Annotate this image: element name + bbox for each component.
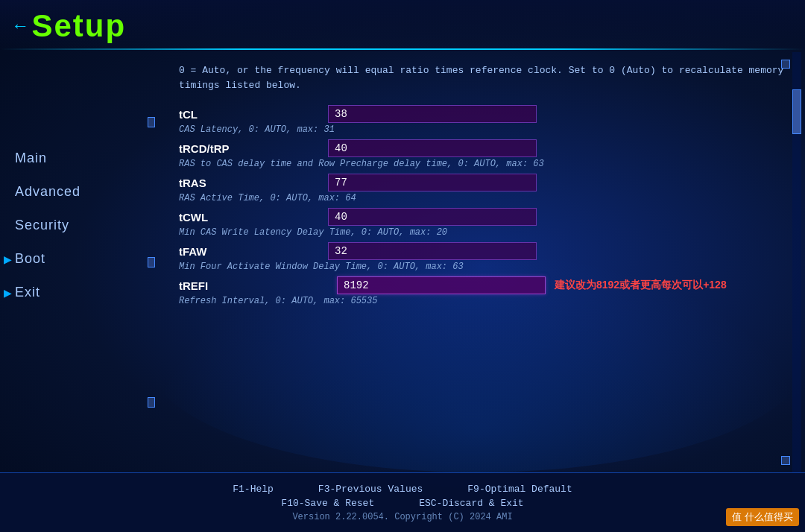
trefi-annotation: 建议改为8192或者更高每次可以+128 bbox=[555, 279, 727, 292]
back-arrow-icon[interactable]: ← bbox=[15, 16, 25, 37]
footer-key-f1: F1-Help bbox=[233, 484, 274, 495]
sidebar-item-exit[interactable]: ▶ Exit bbox=[0, 276, 157, 309]
scrollbar[interactable] bbox=[792, 52, 801, 472]
sidebar: Main Advanced Security ▶ Boot ▶ Exit bbox=[0, 52, 157, 472]
param-hint-tfaw: Min Four Activate Window Delay Time, 0: … bbox=[179, 262, 790, 272]
right-deco-square-bottom bbox=[781, 456, 790, 465]
param-hint-tcwl: Min CAS Write Latency Delay Time, 0: AUT… bbox=[179, 227, 790, 238]
param-input-tcl[interactable] bbox=[328, 105, 537, 123]
footer-version: Version 2.22.0054. Copyright (C) 2024 AM… bbox=[292, 512, 512, 522]
watermark: 值 什么值得买 bbox=[726, 508, 799, 526]
sidebar-item-boot[interactable]: ▶ Boot bbox=[0, 242, 157, 276]
param-hint-trcd: RAS to CAS delay time and Row Precharge … bbox=[179, 159, 790, 169]
param-name-tfaw: tFAW bbox=[179, 245, 328, 258]
sidebar-item-label: Advanced bbox=[15, 184, 80, 199]
param-hint-tras: RAS Active Time, 0: AUTO, max: 64 bbox=[179, 193, 790, 203]
footer-key-f9: F9-Optimal Default bbox=[467, 484, 572, 495]
sidebar-item-label: Security bbox=[15, 218, 69, 232]
sidebar-item-label: Boot bbox=[15, 251, 45, 266]
param-name-tcl: tCL bbox=[179, 108, 328, 121]
page-title: Setup bbox=[31, 8, 126, 44]
sidebar-item-advanced[interactable]: Advanced bbox=[0, 175, 157, 209]
footer-keys-row2: F10-Save & Reset ESC-Discard & Exit bbox=[281, 498, 523, 509]
param-name-tcwl: tCWL bbox=[179, 211, 328, 224]
param-input-trefi[interactable] bbox=[337, 276, 546, 294]
footer-key-f10: F10-Save & Reset bbox=[281, 498, 374, 509]
top-description: 0 = Auto, or the frequency will equal ra… bbox=[179, 60, 790, 96]
param-name-trefi: tREFI bbox=[179, 279, 328, 292]
param-input-tfaw[interactable] bbox=[328, 242, 537, 260]
sidebar-item-main[interactable]: Main bbox=[0, 142, 157, 175]
top-decorative-line bbox=[0, 48, 805, 50]
param-row-trefi: tREFI 建议改为8192或者更高每次可以+128 Refresh Inter… bbox=[179, 276, 790, 306]
param-input-tras[interactable] bbox=[328, 174, 537, 191]
scrollbar-thumb[interactable] bbox=[792, 89, 801, 134]
header: ← Setup bbox=[0, 0, 805, 52]
param-name-tras: tRAS bbox=[179, 177, 328, 189]
exit-arrow-icon: ▶ bbox=[4, 287, 13, 299]
sidebar-item-label: Exit bbox=[15, 285, 40, 300]
param-row-tcwl: tCWL Min CAS Write Latency Delay Time, 0… bbox=[179, 208, 790, 238]
footer-keys-row1: F1-Help F3-Previous Values F9-Optimal De… bbox=[233, 484, 572, 495]
param-row-tcl: tCL CAS Latency, 0: AUTO, max: 31 bbox=[179, 105, 790, 135]
footer-key-f3: F3-Previous Values bbox=[318, 484, 423, 495]
main-content: 0 = Auto, or the frequency will equal ra… bbox=[157, 52, 805, 472]
param-input-tcwl[interactable] bbox=[328, 208, 537, 226]
param-row-tras: tRAS RAS Active Time, 0: AUTO, max: 64 bbox=[179, 174, 790, 203]
param-name-trcd: tRCD/tRP bbox=[179, 142, 328, 155]
param-hint-tcl: CAS Latency, 0: AUTO, max: 31 bbox=[179, 124, 790, 135]
param-row-tfaw: tFAW Min Four Activate Window Delay Time… bbox=[179, 242, 790, 272]
right-deco-square-top bbox=[781, 60, 790, 69]
footer: F1-Help F3-Previous Values F9-Optimal De… bbox=[0, 472, 805, 532]
param-hint-trefi: Refresh Interval, 0: AUTO, max: 65535 bbox=[179, 296, 790, 306]
boot-arrow-icon: ▶ bbox=[4, 253, 13, 265]
param-row-trcd: tRCD/tRP RAS to CAS delay time and Row P… bbox=[179, 139, 790, 169]
sidebar-item-label: Main bbox=[15, 151, 47, 165]
right-deco-bottom bbox=[781, 456, 790, 465]
footer-key-esc: ESC-Discard & Exit bbox=[419, 498, 523, 509]
right-deco-top bbox=[781, 60, 790, 292]
sidebar-item-security[interactable]: Security bbox=[0, 209, 157, 242]
param-input-trcd[interactable] bbox=[328, 139, 537, 157]
